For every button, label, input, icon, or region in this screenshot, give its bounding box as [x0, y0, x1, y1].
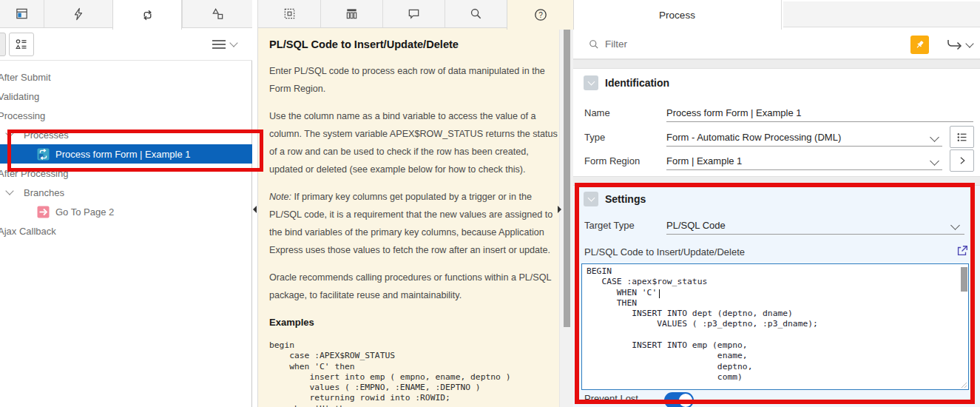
expand-editor-icon — [956, 244, 969, 258]
help-title: PL/SQL Code to Insert/Update/Delete — [269, 37, 558, 52]
tree-item-label: Validating — [0, 91, 39, 102]
left-tab-bar — [0, 0, 252, 28]
type-quick-pick-button[interactable] — [950, 126, 974, 148]
pin-icon — [914, 39, 925, 50]
tree-item-validating[interactable]: Validating — [0, 87, 252, 106]
plsql-code-editor[interactable]: BEGIN CASE :apex$row_status WHEN 'C' THE… — [581, 263, 969, 390]
name-field-value[interactable]: Process form Form | Example 1 — [666, 107, 802, 118]
tree-item-label: After Processing — [0, 168, 68, 179]
tab-processing[interactable] — [112, 0, 182, 30]
tab-help[interactable]: ? — [507, 0, 574, 30]
region-icon — [283, 7, 297, 21]
tree-item-label: Processing — [0, 110, 45, 121]
help-panel: ? PL/SQL Code to Insert/Update/Delete En… — [257, 0, 573, 407]
pin-button[interactable] — [910, 36, 929, 54]
tree-expand-chevron-icon[interactable] — [5, 186, 13, 195]
go-to-component-button[interactable] — [947, 37, 976, 53]
help-content-area: PL/SQL Code to Insert/Update/Delete Ente… — [257, 28, 560, 407]
svg-text:?: ? — [538, 11, 543, 19]
tab-dynamic-actions[interactable] — [44, 0, 112, 27]
type-select-value[interactable]: Form - Automatic Row Processing (DML) — [666, 132, 841, 143]
tab-messages[interactable] — [382, 0, 445, 27]
help-icon: ? — [533, 7, 548, 22]
section-title: Identification — [605, 77, 669, 89]
field-label: Name — [584, 107, 610, 118]
chevron-down-icon — [587, 78, 595, 86]
field-label: Form Region — [584, 155, 640, 166]
search-icon — [469, 7, 483, 21]
field-label: Prevent Lost — [584, 393, 655, 404]
lightning-icon — [72, 7, 85, 21]
open-code-editor-button[interactable] — [951, 240, 973, 261]
go-to-region-button[interactable] — [950, 149, 974, 172]
filter-row — [573, 30, 980, 59]
object-list-icon — [14, 37, 29, 52]
processing-icon — [141, 8, 155, 22]
tree-item-process-form[interactable]: Process form Form | Example 1 — [0, 144, 252, 164]
settings-header[interactable]: Settings — [584, 192, 646, 206]
target-type-select-value[interactable]: PL/SQL Code — [666, 220, 726, 231]
prevent-lost-updates-toggle[interactable] — [664, 392, 694, 407]
section-separator — [573, 176, 980, 186]
code-editor-label: PL/SQL Code to Insert/Update/Delete — [584, 246, 745, 258]
text-cursor — [659, 289, 660, 298]
tab-rendering[interactable] — [0, 0, 44, 27]
tab-page-rendering-help[interactable] — [258, 0, 320, 27]
tree-item-label: Branches — [24, 187, 64, 198]
tree-item-branches[interactable]: Branches — [0, 183, 252, 202]
collapse-right-arrow-icon[interactable] — [558, 206, 561, 213]
tab-search[interactable] — [445, 0, 507, 27]
rendering-icon — [15, 7, 29, 21]
help-paragraph: Oracle recommends calling procedures or … — [269, 269, 558, 304]
tree-item-label: Process form Form | Example 1 — [55, 149, 191, 160]
tree-item-go-to-page[interactable]: Go To Page 2 — [0, 202, 252, 221]
chevron-down-icon — [587, 195, 595, 202]
tree-toolbar — [0, 28, 252, 61]
collapse-section-button[interactable] — [584, 75, 598, 90]
tree-item-processing[interactable]: Processing — [0, 106, 252, 125]
identification-header[interactable]: Identification — [584, 75, 669, 90]
process-icon — [37, 148, 50, 161]
collapse-left-arrow-icon[interactable] — [253, 206, 257, 213]
tab-process[interactable]: Process — [573, 0, 782, 30]
help-paragraph: Use the column name as a bind variable t… — [269, 107, 558, 178]
resize-handle-icon[interactable] — [960, 381, 967, 388]
tree-item-label: Ajax Callback — [0, 226, 56, 237]
branch-icon — [37, 206, 50, 218]
tree-item-after-submit[interactable]: After Submit — [0, 67, 252, 87]
editor-scrollbar-thumb[interactable] — [961, 267, 967, 292]
help-paragraph-note: Note: If primary key columns get populat… — [269, 188, 558, 259]
tree-item-label: Processes — [24, 130, 69, 141]
collapse-section-button[interactable] — [584, 192, 598, 206]
speech-bubble-icon — [407, 7, 421, 21]
tree-item-ajax-callback[interactable]: Ajax Callback — [0, 221, 252, 240]
note-prefix: Note: — [269, 192, 291, 202]
shared-components-icon — [211, 7, 225, 21]
tree-menu-button[interactable] — [212, 36, 244, 53]
middle-tab-bar: ? — [257, 0, 573, 28]
tab-columns[interactable] — [320, 0, 382, 27]
filter-input[interactable] — [605, 38, 827, 50]
tree-panel: After Submit Validating Processing Proce… — [0, 0, 252, 407]
help-scrollbar-thumb[interactable] — [564, 30, 570, 327]
tree-item-label: Go To Page 2 — [55, 206, 114, 218]
field-label: Type — [584, 132, 605, 143]
toolbar-cropped-button[interactable] — [0, 33, 6, 56]
property-tab-strip — [783, 1, 980, 27]
form-region-select-value[interactable]: Form | Example 1 — [666, 155, 742, 166]
goto-arrow-icon — [947, 38, 963, 52]
tree-item-processes[interactable]: Processes — [0, 125, 252, 144]
editor-code[interactable]: BEGIN CASE :apex$row_status WHEN 'C' THE… — [587, 266, 818, 383]
left-splitter[interactable] — [252, 0, 257, 407]
quick-pick-list-icon — [956, 131, 968, 144]
tab-shared-components[interactable] — [182, 0, 252, 27]
section-title: Settings — [605, 193, 646, 205]
chevron-down-icon — [229, 38, 237, 47]
filter-search-icon — [588, 38, 600, 50]
help-scrollbar[interactable] — [560, 28, 573, 407]
tree-expand-chevron-icon[interactable] — [5, 129, 13, 137]
view-list-toggle-button[interactable] — [9, 33, 34, 56]
example-code-block: begin case :APEX$ROW_STATUS when 'C' the… — [269, 340, 558, 407]
tree-item-after-processing[interactable]: After Processing — [0, 164, 252, 183]
note-text: If primary key columns get populated by … — [269, 192, 552, 255]
